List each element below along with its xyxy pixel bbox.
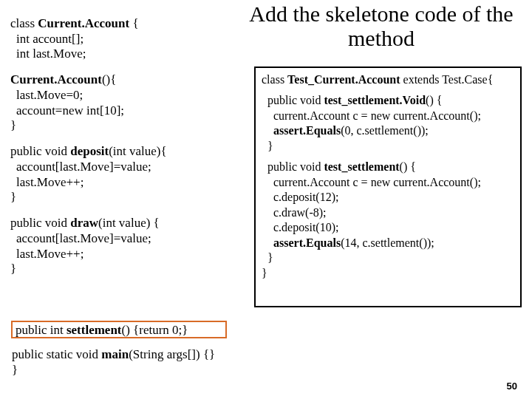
- text: (String args[]) {}: [129, 347, 215, 361]
- main-method: public static void main(String args[]) {…: [12, 347, 215, 378]
- code-line: account[last.Move]=value;: [10, 160, 239, 175]
- code-line: last.Move=0;: [10, 88, 239, 103]
- code-line: }: [10, 262, 239, 277]
- code-line: class Test_Current.Account extends Test.…: [262, 72, 514, 87]
- code-line: int account[];: [10, 32, 239, 47]
- method-name: draw: [70, 216, 98, 230]
- test-settlement-method: public void test_settlement() { current.…: [262, 160, 514, 281]
- code-line: }: [262, 139, 514, 154]
- code-line: public void test_settlement.Void() {: [262, 93, 514, 108]
- code-line: assert.Equals(14, c.settlement());: [262, 236, 514, 250]
- text: class: [10, 16, 38, 30]
- code-line: last.Move++;: [10, 247, 239, 262]
- code-line: public void test_settlement() {: [262, 160, 514, 174]
- method-name: settlement: [66, 323, 122, 337]
- slide: Add the skeletone code of the method cla…: [0, 0, 532, 399]
- text: () {return 0;}: [122, 323, 188, 337]
- test-void-method: public void test_settlement.Void() { cur…: [262, 93, 514, 154]
- draw-method: public void draw(int value) { account[la…: [10, 216, 239, 277]
- text: (0, c.settlement());: [341, 124, 429, 137]
- code-line: c.deposit(12);: [262, 190, 514, 205]
- code-line: }: [262, 266, 514, 281]
- assert-call: assert.Equals: [273, 236, 341, 249]
- text: (){: [102, 72, 116, 86]
- text: () {: [426, 94, 442, 106]
- code-line: last.Move++;: [10, 175, 239, 191]
- code-line: c.draw(-8);: [262, 205, 514, 220]
- text: public void: [267, 94, 324, 106]
- code-line: }: [10, 118, 239, 134]
- deposit-method: public void deposit(int value){ account[…: [10, 144, 239, 205]
- text: public static void: [12, 347, 101, 361]
- class-decl: class Current.Account { int account[]; i…: [10, 16, 239, 62]
- code-line: int last.Move;: [10, 47, 239, 62]
- method-name: test_settlement: [324, 160, 399, 173]
- code-line: current.Account c = new current.Account(…: [262, 109, 514, 123]
- code-line: class Current.Account {: [10, 16, 239, 32]
- text: public void: [267, 160, 324, 173]
- code-line: c.deposit(10);: [262, 220, 514, 235]
- method-name: deposit: [70, 144, 109, 158]
- constructor: Current.Account(){ last.Move=0; account=…: [10, 72, 239, 134]
- slide-title: Add the skeletone code of the method: [241, 1, 522, 50]
- class-name: Test_Current.Account: [287, 73, 400, 86]
- text: () {: [400, 160, 416, 173]
- code-line: public static void main(String args[]) {…: [12, 347, 215, 363]
- method-name: main: [101, 347, 129, 361]
- test-class-box: class Test_Current.Account extends Test.…: [254, 66, 522, 307]
- text: {: [129, 16, 138, 30]
- code-line: assert.Equals(0, c.settlement());: [262, 123, 514, 138]
- code-line: account=new int[10];: [10, 103, 239, 119]
- code-line: account[last.Move]=value;: [10, 231, 239, 247]
- text: (int value) {: [98, 216, 160, 230]
- code-line: Current.Account(){: [10, 72, 239, 88]
- text: (int value){: [109, 144, 167, 158]
- code-line: }: [10, 190, 239, 205]
- class-name: Current.Account: [38, 16, 129, 30]
- text: class: [262, 73, 287, 86]
- text: (14, c.settlement());: [341, 236, 434, 249]
- code-line: public void draw(int value) {: [10, 216, 239, 231]
- text: public int: [16, 323, 66, 337]
- code-line: current.Account c = new current.Account(…: [262, 175, 514, 190]
- text: public void: [10, 144, 70, 158]
- code-line: }: [12, 363, 215, 378]
- method-name: test_settlement.Void: [324, 94, 426, 106]
- text: extends Test.Case{: [400, 73, 494, 86]
- page-number: 50: [507, 381, 517, 392]
- left-code-block: class Current.Account { int account[]; i…: [10, 16, 239, 287]
- code-line: }: [262, 250, 514, 265]
- assert-call: assert.Equals: [273, 124, 341, 137]
- text: public void: [10, 216, 70, 230]
- settlement-highlight: public int settlement() {return 0;}: [11, 321, 227, 338]
- code-line: public void deposit(int value){: [10, 144, 239, 160]
- ctor-name: Current.Account: [10, 72, 102, 86]
